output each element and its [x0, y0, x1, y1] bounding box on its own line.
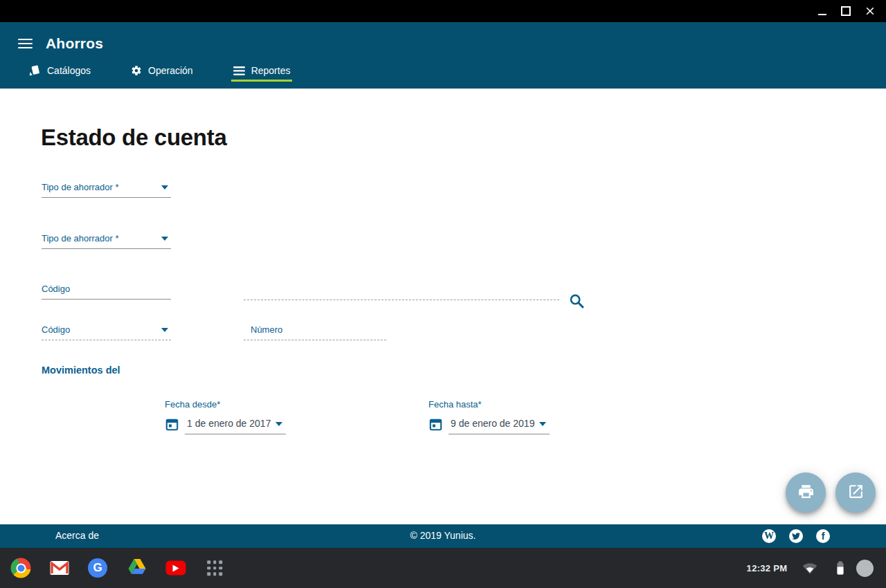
app-bar-header: Ahorros — [0, 22, 886, 54]
wifi-icon[interactable] — [802, 548, 817, 588]
drive-icon[interactable] — [128, 558, 147, 578]
avatar[interactable] — [856, 560, 874, 577]
clock[interactable]: 12:32 PM — [746, 548, 788, 588]
calendar-icon[interactable] — [165, 417, 179, 434]
chevron-down-icon — [161, 237, 168, 241]
maximize-icon[interactable] — [841, 6, 851, 16]
date-to-field: Fecha hasta* 9 de enero de 2019 — [428, 399, 550, 434]
catalog-icon — [28, 64, 41, 77]
system-shelf: G 12:32 PM — [0, 548, 886, 588]
open-in-new-icon — [847, 483, 865, 503]
date-to-value-dropdown[interactable]: 9 de enero de 2019 — [449, 418, 550, 434]
tab-catalogos[interactable]: Catálogos — [26, 62, 93, 82]
tab-label: Operación — [148, 65, 193, 76]
saver-type-select-1[interactable]: Tipo de ahorrador * — [42, 182, 171, 198]
code-input[interactable]: Código — [42, 284, 171, 300]
field-label: Código — [42, 284, 70, 294]
wordpress-icon[interactable]: W — [762, 529, 776, 543]
field-label: Código — [42, 324, 70, 335]
gmail-icon[interactable] — [51, 561, 69, 575]
menu-icon[interactable] — [18, 39, 33, 49]
chevron-down-icon — [275, 422, 282, 426]
window-title-bar — [0, 0, 886, 22]
chevron-down-icon — [161, 328, 168, 332]
saver-type-select-2[interactable]: Tipo de ahorrador * — [42, 233, 171, 249]
print-button[interactable] — [786, 472, 826, 513]
page-title: Estado de cuenta — [41, 125, 226, 151]
print-icon — [797, 483, 815, 503]
youtube-icon[interactable] — [166, 561, 186, 576]
apps-grid-icon[interactable] — [207, 560, 222, 576]
tab-operacion[interactable]: Operación — [129, 62, 195, 82]
app-bar: Ahorros Catálogos Operación Reportes — [0, 22, 886, 89]
google-icon[interactable]: G — [88, 558, 107, 578]
close-icon[interactable] — [865, 6, 875, 16]
minimize-icon[interactable] — [818, 14, 826, 15]
gear-icon — [131, 65, 142, 76]
number-input-disabled: Número — [244, 324, 386, 340]
date-value: 1 de enero de 2017 — [187, 418, 271, 429]
code-select-disabled: Código — [42, 324, 171, 340]
chrome-icon[interactable] — [11, 558, 31, 578]
date-value: 9 de enero de 2019 — [451, 418, 534, 429]
date-label: Fecha desde* — [165, 399, 286, 410]
wordpress-glyph: W — [764, 531, 774, 542]
section-title: Movimientos del — [42, 365, 120, 376]
calendar-icon[interactable] — [428, 417, 443, 434]
chevron-down-icon — [161, 185, 168, 190]
open-in-new-button[interactable] — [835, 472, 876, 513]
app-title: Ahorros — [46, 35, 103, 52]
battery-icon[interactable] — [832, 548, 849, 588]
chevron-down-icon — [539, 422, 546, 426]
search-icon[interactable] — [568, 293, 586, 311]
search-input — [244, 284, 559, 300]
facebook-icon[interactable]: f — [816, 529, 830, 543]
field-label: Número — [251, 324, 282, 335]
field-label: Tipo de ahorrador * — [42, 182, 119, 192]
google-glyph: G — [93, 561, 102, 575]
reorder-icon — [233, 66, 245, 75]
copyright-text: © 2019 Yunius. — [0, 530, 886, 541]
date-from-field: Fecha desde* 1 de enero de 2017 — [165, 399, 286, 434]
tab-bar: Catálogos Operación Reportes — [0, 62, 886, 82]
field-label: Tipo de ahorrador * — [42, 233, 119, 244]
date-label: Fecha hasta* — [428, 399, 550, 410]
date-from-value-dropdown[interactable]: 1 de enero de 2017 — [185, 418, 286, 434]
footer: Acerca de © 2019 Yunius. W f — [0, 524, 886, 548]
facebook-glyph: f — [822, 531, 825, 542]
twitter-icon[interactable] — [789, 529, 803, 543]
tab-reportes[interactable]: Reportes — [231, 62, 293, 82]
tab-label: Reportes — [251, 65, 291, 76]
tab-label: Catálogos — [47, 65, 91, 76]
